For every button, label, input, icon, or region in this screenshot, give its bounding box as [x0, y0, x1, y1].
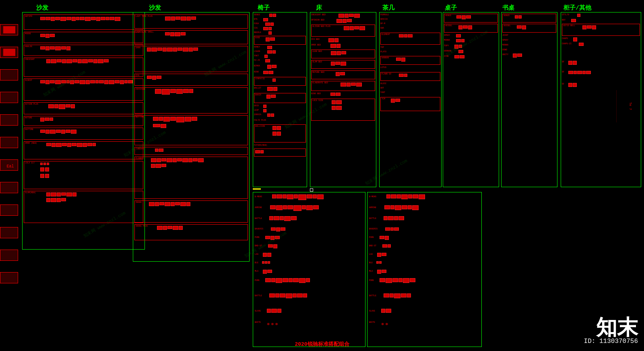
br-baueris: BAUERIS: [369, 228, 378, 230]
bed-opinion: OPINION BED: [311, 19, 324, 21]
bed-amor: AMOR BED: [311, 44, 321, 46]
br-pure: PURE: [369, 236, 374, 239]
tea-top: TOP: [380, 46, 384, 49]
bed-section: CRESCENT BED OPINION BED ALISON BED PLUS…: [310, 12, 376, 187]
br-armine-items: [384, 205, 419, 210]
chair-fuzi-items: [265, 59, 270, 62]
sofa1-items-crescent: [46, 59, 109, 63]
sofa2-row-2: LAZY TIME SMALL: [134, 30, 248, 44]
br-mla-items: [377, 270, 386, 274]
left-icon-6: [0, 137, 18, 148]
br-mla: MLA: [369, 270, 373, 273]
bl-white-row: WHITE ❋ ❋ ❋: [254, 319, 364, 329]
sofa1-label-slam: SLAM(NEW): [25, 192, 36, 194]
tea-tcm-items: [391, 99, 400, 103]
cab-sf2: SF: [562, 71, 564, 73]
bl-bndst-row: BND-ST: [254, 244, 364, 251]
sofa2-row-snake: SNAKE: [134, 200, 248, 223]
chair-fuga: FUGA: [254, 23, 259, 25]
chair-venus: VENUS: [254, 14, 260, 16]
desk-hannan2-items: [458, 50, 463, 53]
br-mla-row: MLA: [368, 269, 481, 276]
chair-ballet: BALLET: [254, 87, 261, 89]
sofa1-items-amor: [46, 143, 139, 147]
chair-ballcion-box: BALLCION: [254, 124, 306, 142]
bed-loca-items: [332, 100, 372, 110]
bl-pure: PURE: [255, 236, 260, 239]
sofa2-items-2: [165, 32, 186, 36]
desk-zine-items: [454, 55, 464, 58]
chair-zaraia-items: [267, 114, 274, 117]
cab-sf3: SF: [562, 83, 564, 85]
sofa2-label-cubebas: CUBEBAS: [136, 148, 144, 150]
sofa2-section: LAZY TIME PLUS LAZY TIME SMALL SARA CFA: [133, 12, 250, 262]
sofa2-label-nuttina: NUTTINA: [136, 116, 144, 118]
chair-ease: EASE: [255, 37, 260, 39]
bed-cfa-items: [328, 38, 339, 42]
chair-bye: BYE: [254, 18, 258, 21]
chair-yakt-items: [264, 55, 268, 58]
bd-dowd: DOWD: [502, 49, 507, 51]
sofa1-label-modde: MODDE: [25, 33, 31, 35]
br-bndst: BND-ST: [369, 245, 376, 247]
bl-white: WHITE: [255, 321, 261, 324]
bl-pure2-row: PURE: [254, 277, 364, 291]
bed-opinion-items: [336, 19, 352, 23]
sofa1-row-lola: LOLA 117: [24, 161, 143, 189]
logo-id: ID: 1130370756: [584, 338, 638, 345]
sofa2-label-snake: SNAKE: [136, 201, 142, 204]
br-battle2-items: [384, 293, 480, 298]
section-title-bookdesk: 书桌: [502, 4, 514, 12]
sofa1-row-amor: AMOR (NEW): [24, 141, 143, 159]
tea-dpm: DP-M: [380, 23, 385, 25]
chair-bimax: BIMAX: [254, 65, 260, 67]
sofa1-items-action: [48, 104, 75, 109]
sofa2-label-frystone: FRYSTONE: [136, 88, 145, 91]
sofa1-label-oldest: OLDEST: [25, 79, 32, 82]
tea-art: ART: [380, 87, 384, 89]
chair-bimax-items: [267, 65, 277, 69]
bl-battle-row: BATTLE: [254, 215, 364, 225]
sofa2-row-clanny: CLANNY: [134, 157, 248, 199]
sofa2-label-clanny: CLANNY: [136, 157, 143, 160]
cab-ustio: USTIO BELL: [563, 25, 575, 27]
desk-venus-box: VENUS: [444, 14, 498, 23]
br-battle2-row: BATTLE: [368, 293, 481, 307]
chair-sympatie: SYMPATIE: [255, 78, 265, 80]
br-bmens: B-MENS: [369, 196, 376, 198]
sofa1-items-analog: [40, 46, 70, 50]
br-ble: BLE: [369, 262, 373, 264]
sofa1-row-nature: NATURE: [24, 116, 143, 126]
tea-ferrule: FERRULE: [380, 14, 389, 16]
chair-needle-items: [268, 31, 272, 35]
te7-indicator: Te 7: [616, 90, 644, 122]
cab-nay: NAY: [562, 19, 566, 21]
tea-gricia: GRICIA: [380, 18, 388, 21]
br-laa-row: LAA: [368, 252, 481, 259]
cab-ustio-box: USTIO BELL: [562, 24, 640, 36]
desk-spray-items: [456, 34, 461, 37]
bl-baueris-items: [271, 227, 285, 231]
bl-ble-items: [262, 261, 270, 264]
sofa1-row-daytime: DAYTIME: [24, 128, 143, 140]
bl-pure-items: [265, 236, 280, 240]
bl-armine: ARMINE: [255, 206, 262, 209]
br-baueris-row: BAUERIS: [368, 227, 481, 234]
chair-cig: CIG: [254, 27, 258, 29]
sofa2-row-cfa: CFA: [134, 74, 248, 86]
br-bndst-row: BND-ST: [368, 244, 481, 251]
desk-topy-items: [454, 45, 462, 49]
sofa2-items-snakeplus: [157, 226, 183, 230]
sofa1-row-oldest: OLDEST: [24, 78, 143, 101]
section-title-tea: 茶几: [382, 4, 394, 12]
bottom-title: 2020锐驰标准搭配组合: [295, 341, 349, 348]
tea-plato: PLATO: [380, 51, 386, 53]
sofa1-row-crescent: CRESCENT: [24, 58, 143, 77]
sofa2-row-frystone: FRYSTONE: [134, 87, 248, 114]
chair-nino-items: [263, 71, 273, 74]
cab-sf2-items: [568, 71, 637, 74]
bd-venus-box: VENUS: [502, 14, 556, 23]
br-laa: LAA: [369, 253, 373, 256]
bed-nino: NINO BED: [311, 93, 321, 95]
tea-flawn-items: [399, 74, 407, 77]
